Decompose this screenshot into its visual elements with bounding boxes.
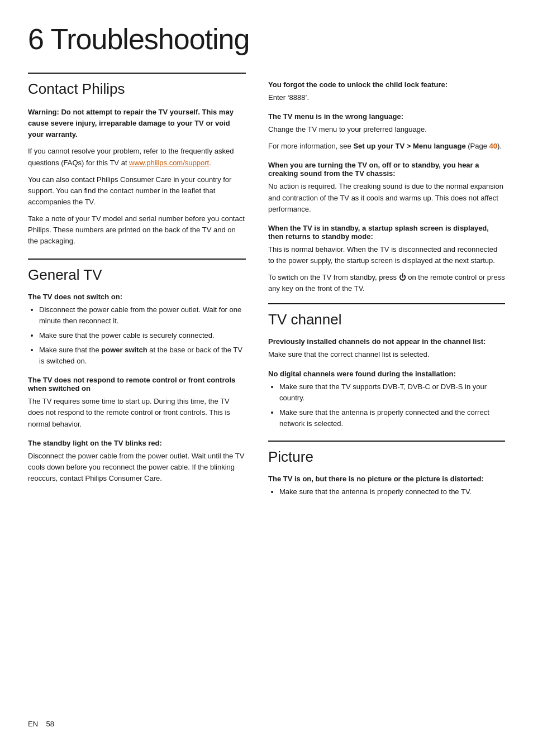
general-tv-title: General TV <box>28 266 246 284</box>
right-column: You forgot the code to unlock the child … <box>268 73 505 709</box>
standby-splash-title: When the TV is in standby, a startup spl… <box>268 224 505 241</box>
warning-text: Warning: Do not attempt to repair the TV… <box>28 107 246 140</box>
wrong-language-title: The TV menu is in the wrong language: <box>268 112 505 121</box>
contact-para2: You can also contact Philips Consumer Ca… <box>28 174 246 208</box>
tv-channel-section: TV channel Previously installed channels… <box>268 303 505 429</box>
no-picture: The TV is on, but there is no picture or… <box>268 475 505 497</box>
contact-philips-title: Contact Philips <box>28 80 246 98</box>
wrong-language-body2: For more information, see Set up your TV… <box>268 141 505 152</box>
power-switch-bold: power switch <box>101 346 147 354</box>
child-lock-body: Enter ‘8888’. <box>268 92 505 103</box>
list-item: Make sure that the antenna is properly c… <box>279 486 505 497</box>
no-picture-title: The TV is on, but there is no picture or… <box>268 475 505 483</box>
standby-splash-section: When the TV is in standby, a startup spl… <box>268 224 505 295</box>
standby-blinks-red: The standby light on the TV blinks red: … <box>28 439 246 484</box>
list-item: Make sure that the TV supports DVB-T, DV… <box>279 381 505 404</box>
no-digital-channels: No digital channels were found during th… <box>268 370 505 430</box>
tv-no-respond-body: The TV requires some time to start up. D… <box>28 396 246 429</box>
tv-no-switch-on: The TV does not switch on: Disconnect th… <box>28 293 246 367</box>
tv-channel-divider <box>268 303 505 304</box>
chapter-title-text: Troubleshooting <box>50 23 249 55</box>
list-item: Disconnect the power cable from the powe… <box>39 304 246 327</box>
standby-blinks-red-title: The standby light on the TV blinks red: <box>28 439 246 447</box>
channels-not-appear-body: Make sure that the correct channel list … <box>268 349 505 360</box>
list-item: Make sure that the antenna is properly c… <box>279 407 505 429</box>
tv-no-respond: The TV does not respond to remote contro… <box>28 376 246 429</box>
page: 6 Troubleshooting Contact Philips Warnin… <box>0 0 533 756</box>
tv-no-switch-on-list: Disconnect the power cable from the powe… <box>39 304 246 367</box>
philips-support-link[interactable]: www.philips.com/support <box>129 159 209 167</box>
creaking-sound-title: When you are turning the TV on, off or t… <box>268 161 505 178</box>
menu-language-link: Set up your TV > Menu language <box>353 142 465 150</box>
list-item: Make sure that the power cable is secure… <box>39 330 246 341</box>
page-layout: Contact Philips Warning: Do not attempt … <box>28 73 505 709</box>
left-column: Contact Philips Warning: Do not attempt … <box>28 73 246 709</box>
tv-channel-title: TV channel <box>268 311 505 328</box>
tv-no-respond-title: The TV does not respond to remote contro… <box>28 376 246 393</box>
no-digital-channels-list: Make sure that the TV supports DVB-T, DV… <box>279 381 505 430</box>
creaking-sound-body: No action is required. The creaking soun… <box>268 181 505 214</box>
footer: EN 58 <box>28 709 505 728</box>
contact-para1: If you cannot resolve your problem, refe… <box>28 146 246 168</box>
channels-not-appear: Previously installed channels do not app… <box>268 337 505 360</box>
child-lock-section: You forgot the code to unlock the child … <box>268 80 505 103</box>
chapter-number: 6 <box>28 23 44 55</box>
contact-para3: Take a note of your TV model and serial … <box>28 213 246 247</box>
general-tv-section: General TV The TV does not switch on: Di… <box>28 259 246 485</box>
standby-splash-body1: This is normal behavior. When the TV is … <box>268 244 505 266</box>
wrong-language-body1: Change the TV menu to your preferred lan… <box>268 124 505 135</box>
picture-title: Picture <box>268 448 505 466</box>
footer-page-number: 58 <box>46 720 54 728</box>
list-item: Make sure that the power switch at the b… <box>39 344 246 367</box>
chapter-title: 6 Troubleshooting <box>28 22 505 56</box>
no-picture-list: Make sure that the antenna is properly c… <box>279 486 505 497</box>
no-digital-channels-title: No digital channels were found during th… <box>268 370 505 378</box>
footer-lang: EN <box>28 720 38 728</box>
contact-divider <box>28 73 246 74</box>
general-tv-divider <box>28 259 246 260</box>
page-ref: 40 <box>489 142 497 150</box>
standby-blinks-red-body: Disconnect the power cable from the powe… <box>28 451 246 484</box>
creaking-sound-section: When you are turning the TV on, off or t… <box>268 161 505 214</box>
picture-section: Picture The TV is on, but there is no pi… <box>268 441 505 497</box>
wrong-language-section: The TV menu is in the wrong language: Ch… <box>268 112 505 152</box>
channels-not-appear-title: Previously installed channels do not app… <box>268 337 505 346</box>
child-lock-title: You forgot the code to unlock the child … <box>268 80 505 89</box>
picture-divider <box>268 441 505 442</box>
standby-splash-body2: To switch on the TV from standby, press … <box>268 272 505 294</box>
tv-no-switch-on-title: The TV does not switch on: <box>28 293 246 301</box>
contact-philips-section: Contact Philips Warning: Do not attempt … <box>28 73 246 247</box>
